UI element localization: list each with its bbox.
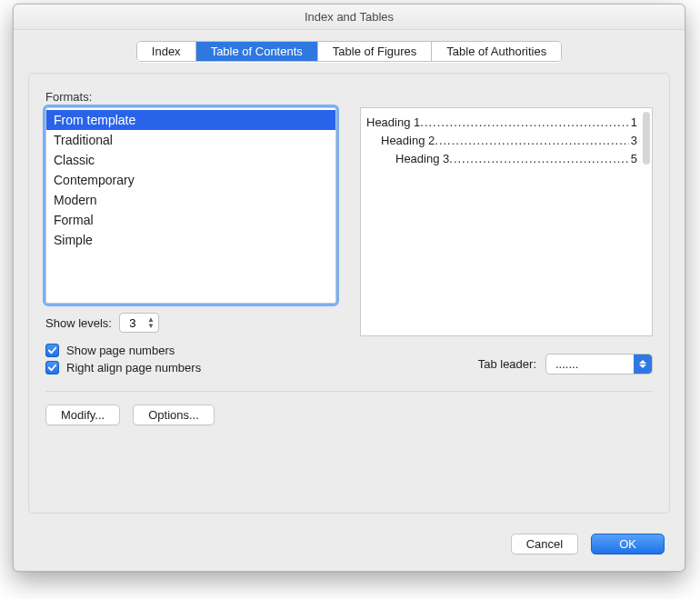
tab-leader-select[interactable]: ....... <box>545 354 653 374</box>
show-levels-label: Show levels: <box>45 316 112 330</box>
right-align-label: Right align page numbers <box>66 361 201 374</box>
footer: Cancel OK <box>14 526 685 571</box>
show-levels-stepper[interactable]: ▲ ▼ <box>119 313 159 333</box>
formats-listbox[interactable]: From templateTraditionalClassicContempor… <box>45 107 336 304</box>
tab-leader-value: ....... <box>555 357 578 371</box>
show-page-numbers-checkbox[interactable] <box>45 344 59 357</box>
right-align-checkbox[interactable] <box>45 361 59 374</box>
divider <box>45 391 653 392</box>
ok-button[interactable]: OK <box>591 534 665 554</box>
cancel-button[interactable]: Cancel <box>511 534 578 554</box>
toc-preview: Heading 1 ..............................… <box>360 107 653 336</box>
show-levels-input[interactable] <box>124 316 142 330</box>
formats-label: Formats: <box>45 90 336 104</box>
format-item[interactable]: Modern <box>46 190 335 210</box>
format-item[interactable]: Simple <box>46 230 335 250</box>
format-item[interactable]: Formal <box>46 210 335 230</box>
titlebar: Index and Tables <box>14 5 685 30</box>
tab-leader-label: Tab leader: <box>478 357 536 371</box>
right-align-row[interactable]: Right align page numbers <box>45 361 336 374</box>
format-item[interactable]: Traditional <box>46 130 335 150</box>
preview-line: Heading 1 ..............................… <box>366 114 637 132</box>
tabs-row: IndexTable of ContentsTable of FiguresTa… <box>14 41 685 62</box>
tab-index[interactable]: Index <box>137 42 196 61</box>
modify-button[interactable]: Modify... <box>45 404 120 425</box>
tab-leader-row: Tab leader: ....... <box>360 354 653 374</box>
columns: Formats: From templateTraditionalClassic… <box>45 90 653 374</box>
format-item[interactable]: Classic <box>46 150 335 170</box>
stepper-arrows[interactable]: ▲ ▼ <box>147 316 155 329</box>
show-page-numbers-row[interactable]: Show page numbers <box>45 344 336 357</box>
tab-table-of-authorities[interactable]: Table of Authorities <box>432 42 561 61</box>
col-right: Heading 1 ..............................… <box>360 90 653 374</box>
check-icon <box>47 363 57 373</box>
show-levels-row: Show levels: ▲ ▼ <box>45 313 336 333</box>
show-page-numbers-label: Show page numbers <box>66 344 175 357</box>
preview-line: Heading 2 ..............................… <box>366 132 637 150</box>
col-left: Formats: From templateTraditionalClassic… <box>45 90 336 374</box>
spacer <box>360 90 653 107</box>
format-item[interactable]: From template <box>46 110 335 130</box>
scrollbar-thumb[interactable] <box>643 112 650 165</box>
updown-icon <box>634 354 652 374</box>
options-button[interactable]: Options... <box>133 404 215 425</box>
format-item[interactable]: Contemporary <box>46 170 335 190</box>
tab-panel: Formats: From templateTraditionalClassic… <box>28 73 670 514</box>
bottom-buttons: Modify... Options... <box>45 404 653 425</box>
tab-table-of-figures[interactable]: Table of Figures <box>318 42 433 61</box>
preview-inner: Heading 1 ..............................… <box>366 114 637 168</box>
chevron-down-icon[interactable]: ▼ <box>147 323 155 329</box>
check-icon <box>47 345 57 355</box>
preview-line: Heading 3 ..............................… <box>366 150 637 168</box>
dialog-window: Index and Tables IndexTable of ContentsT… <box>13 4 685 572</box>
tab-table-of-contents[interactable]: Table of Contents <box>196 42 318 61</box>
tab-group: IndexTable of ContentsTable of FiguresTa… <box>136 41 562 62</box>
